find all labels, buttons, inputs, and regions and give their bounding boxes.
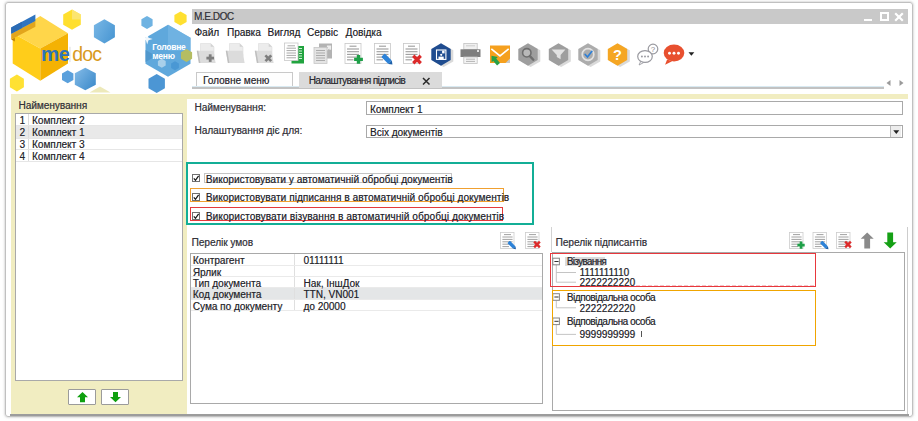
svg-text:?: ? (651, 45, 656, 54)
svg-text:me: me (41, 42, 70, 65)
svg-text:doc: doc (72, 43, 102, 65)
svg-text:?: ? (613, 47, 622, 63)
